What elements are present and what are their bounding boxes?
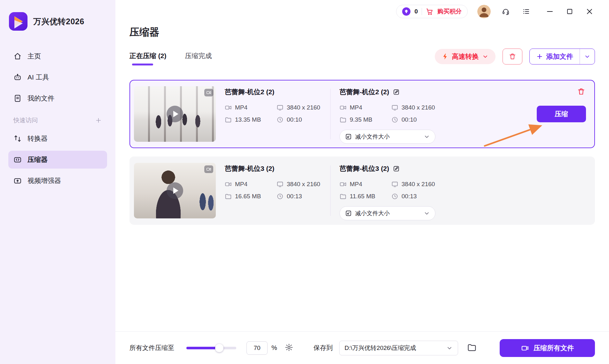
tab-label: 正在压缩 (2) <box>129 52 167 59</box>
home-icon <box>13 52 22 60</box>
video-format-icon <box>340 104 347 111</box>
add-quick-access-icon[interactable] <box>95 117 102 124</box>
tab-completed[interactable]: 压缩完成 <box>185 51 212 62</box>
compressor-icon <box>13 155 22 164</box>
file-size-icon <box>225 116 232 123</box>
support-button[interactable] <box>500 6 511 17</box>
footer-bar: 所有文件压缩至 % 保存到 D:\万兴优转2026\压缩完成 压缩所有文件 <box>115 331 609 364</box>
app-logo: 万兴优转2026 <box>9 12 106 31</box>
credits-count: 0 <box>414 8 418 15</box>
delete-file-icon[interactable] <box>577 87 585 97</box>
tabs: 正在压缩 (2) 压缩完成 <box>129 51 212 62</box>
highspeed-convert-button[interactable]: 高速转换 <box>435 49 496 64</box>
preset-select[interactable]: 减小文件大小 <box>340 130 435 144</box>
edit-icon[interactable] <box>393 88 400 95</box>
file-size-icon <box>340 193 347 200</box>
video-thumbnail[interactable] <box>134 163 216 218</box>
minimize-icon <box>546 8 554 15</box>
tab-compressing[interactable]: 正在压缩 (2) <box>129 51 167 62</box>
sidebar-item-video-enhancer[interactable]: 视频增强器 <box>8 172 107 190</box>
source-info: 芭蕾舞-机位3 (2) MP4 3840 x 2160 16.65 MB 00:… <box>225 161 330 200</box>
sidebar-item-compressor[interactable]: 压缩器 <box>8 151 107 169</box>
sidebar-item-home[interactable]: 主页 <box>8 47 107 65</box>
app-title: 万兴优转2026 <box>33 16 84 27</box>
credits-pill[interactable]: 0 购买积分 <box>396 5 468 18</box>
reduce-size-icon <box>345 133 352 140</box>
slider-thumb[interactable] <box>215 344 223 352</box>
maximize-button[interactable] <box>564 6 575 17</box>
file-list: 芭蕾舞-机位2 (2) MP4 3840 x 2160 13.35 MB 00:… <box>129 80 595 225</box>
active-tab-underline <box>132 64 153 65</box>
minimize-button[interactable] <box>544 6 555 17</box>
sidebar-item-label: 视频增强器 <box>27 176 61 185</box>
card-divider <box>330 165 331 216</box>
duration-icon <box>277 193 284 200</box>
compress-all-button[interactable]: 压缩所有文件 <box>500 339 595 357</box>
file-size-icon <box>225 193 232 200</box>
source-duration: 00:10 <box>287 116 302 123</box>
chevron-down-icon <box>424 133 430 140</box>
card-divider <box>330 89 331 139</box>
percent-input[interactable] <box>246 341 268 355</box>
play-icon[interactable] <box>167 182 183 199</box>
source-title: 芭蕾舞-机位2 (2) <box>225 87 330 96</box>
save-path-value: D:\万兴优转2026\压缩完成 <box>345 344 446 352</box>
video-format-icon <box>225 181 232 188</box>
output-title: 芭蕾舞-机位3 (2) <box>340 164 389 173</box>
main-area: 0 购买积分 压缩器 正 <box>115 0 609 364</box>
add-files-dropdown[interactable] <box>580 49 595 64</box>
output-size: 9.35 MB <box>350 116 372 123</box>
task-list-button[interactable] <box>521 6 532 17</box>
app-logo-icon <box>9 12 27 31</box>
sidebar-item-label: AI 工具 <box>27 73 49 82</box>
highspeed-label: 高速转换 <box>452 52 479 61</box>
edit-icon[interactable] <box>393 165 400 172</box>
lightning-icon <box>442 53 449 60</box>
compress-settings-button[interactable] <box>285 343 293 353</box>
open-folder-button[interactable] <box>467 343 477 353</box>
file-card[interactable]: 芭蕾舞-机位3 (2) MP4 3840 x 2160 16.65 MB 00:… <box>129 156 595 225</box>
cart-icon <box>426 8 433 15</box>
source-format: MP4 <box>235 104 247 111</box>
sidebar-item-ai-tools[interactable]: AI 工具 <box>8 68 107 86</box>
close-button[interactable] <box>584 6 595 17</box>
duration-icon <box>277 116 284 123</box>
output-duration: 00:10 <box>402 116 417 123</box>
close-icon <box>586 8 593 15</box>
delete-all-button[interactable] <box>503 49 522 64</box>
output-info: 芭蕾舞-机位3 (2) MP4 3840 x 2160 11.65 MB 00:… <box>340 161 445 220</box>
source-resolution: 3840 x 2160 <box>287 181 320 188</box>
add-files-button[interactable]: 添加文件 <box>529 49 595 64</box>
slider-fill <box>186 347 219 349</box>
sidebar: 万兴优转2026 主页 AI 工具 我的文件 快速访问 转换器 压缩器 <box>0 0 115 364</box>
avatar[interactable] <box>477 5 491 18</box>
titlebar: 0 购买积分 <box>129 0 595 21</box>
output-duration: 00:13 <box>402 193 417 200</box>
compress-level-slider[interactable] <box>186 347 236 349</box>
preset-select[interactable]: 减小文件大小 <box>340 206 435 220</box>
sidebar-item-converter[interactable]: 转换器 <box>8 130 107 148</box>
plus-icon <box>536 53 543 60</box>
chevron-down-icon <box>446 345 453 351</box>
add-files-main[interactable]: 添加文件 <box>530 49 580 64</box>
sidebar-item-my-files[interactable]: 我的文件 <box>8 89 107 107</box>
play-icon[interactable] <box>167 106 183 122</box>
sidebar-item-label: 压缩器 <box>27 155 48 164</box>
toolbar: 正在压缩 (2) 压缩完成 高速转换 添加文件 <box>129 49 595 64</box>
reduce-size-icon <box>345 210 352 217</box>
file-size-icon <box>340 116 347 123</box>
pill-divider <box>422 8 422 15</box>
credits-gem-icon <box>402 7 410 16</box>
save-path-select[interactable]: D:\万兴优转2026\压缩完成 <box>339 341 458 355</box>
duration-icon <box>391 193 398 200</box>
file-card[interactable]: 芭蕾舞-机位2 (2) MP4 3840 x 2160 13.35 MB 00:… <box>129 80 595 148</box>
video-thumbnail[interactable] <box>134 86 216 142</box>
compress-to-label: 所有文件压缩至 <box>129 344 174 352</box>
chevron-down-icon <box>584 53 590 60</box>
source-duration: 00:13 <box>287 193 302 200</box>
source-size: 16.65 MB <box>235 193 261 200</box>
gear-icon <box>285 343 293 352</box>
resolution-icon <box>277 104 284 111</box>
compress-button[interactable]: 压缩 <box>537 106 586 122</box>
quick-access-label: 快速访问 <box>13 116 38 125</box>
